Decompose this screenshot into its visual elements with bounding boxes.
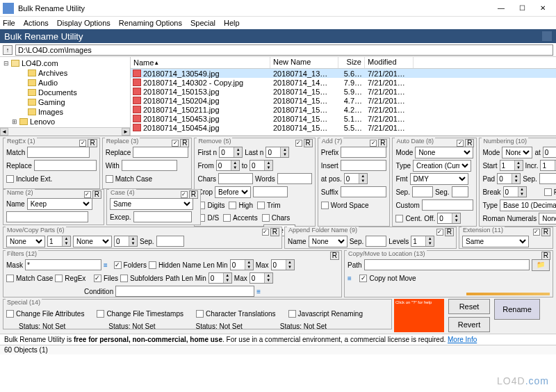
autodate-mode[interactable]: None <box>415 147 473 158</box>
panel-append: Append Folder Name (9)✓R NameNoneSep.Lev… <box>284 227 457 249</box>
footer-license: Bulk Rename Utility is free for personal… <box>0 334 556 345</box>
panel-autodate: Auto Date (8)✓R ModeNone TypeCreation (C… <box>392 138 477 227</box>
menu-special[interactable]: Special <box>190 19 215 27</box>
window-title: Bulk Rename Utility <box>18 4 491 13</box>
panel-filters: Filters (12)R Mask≡ ✓FoldersHiddenName L… <box>3 250 342 297</box>
replace-with[interactable] <box>122 160 177 171</box>
panel-move: Move/Copy Parts (6)✓R None▲▼None▲▼Sep. <box>3 227 282 249</box>
file-row[interactable]: 20180714_150454.jpg20180714_15…5.5…7/21/… <box>131 123 556 132</box>
file-row[interactable]: 20180714_140302 - Copy.jpg20180714_14…7.… <box>131 78 556 87</box>
more-info-link[interactable]: More Info <box>448 336 477 343</box>
panel-case: Case (4)✓R Same Excep. <box>106 189 201 225</box>
ext-mode[interactable]: Same <box>462 236 529 247</box>
regex-replace[interactable] <box>34 160 97 171</box>
close-button[interactable]: ✕ <box>532 1 553 16</box>
remove-firstn[interactable] <box>220 147 234 157</box>
panel-name: Name (2)✓R NameKeep <box>3 189 104 225</box>
menubar: File Actions Display Options Renaming Op… <box>0 17 556 29</box>
path-input[interactable] <box>15 44 553 56</box>
menu-actions[interactable]: Actions <box>24 19 49 27</box>
file-row[interactable]: 20180714_150204.jpg20180714_15…4.7…7/21/… <box>131 96 556 105</box>
file-row[interactable]: 20180714_150453.jpg20180714_15…5.1…7/21/… <box>131 114 556 123</box>
panel-replace: Replace (3)✓R Replace With Match Case <box>102 138 193 189</box>
replace-matchcase[interactable] <box>106 175 113 183</box>
scroll-right[interactable]: ► <box>122 128 130 136</box>
banner-icon[interactable] <box>542 31 552 41</box>
reset-button[interactable]: Reset <box>448 299 490 314</box>
browse-button[interactable]: 📁 <box>532 259 550 271</box>
replace-text[interactable] <box>133 147 188 158</box>
file-row[interactable]: 20180714_150211.jpg20180714_15…4.2…7/21/… <box>131 105 556 114</box>
file-row[interactable]: 20180714_130549.jpg20180714_13…5.6…7/21/… <box>131 69 556 78</box>
name-mode[interactable]: Keep <box>27 198 92 210</box>
menu-renaming[interactable]: Renaming Options <box>119 19 182 27</box>
add-insert[interactable] <box>341 160 386 171</box>
titlebar: Bulk Rename Utility — ☐ ✕ <box>0 0 556 17</box>
folder-tree[interactable]: ⊟LO4D.com Archives Audio Documents Gamin… <box>0 57 131 136</box>
revert-button[interactable]: Revert <box>448 317 490 332</box>
ad-box[interactable]: Click on "?" for help <box>394 299 444 332</box>
panel-remove: Remove (5)✓R First n▲▼Last n▲▼ From▲▼to▲… <box>194 138 315 227</box>
rename-button[interactable]: Rename <box>494 299 540 320</box>
regex-reset[interactable]: R <box>88 139 97 147</box>
pathbar: ↑ <box>0 43 556 57</box>
add-suffix[interactable] <box>341 186 386 197</box>
case-mode[interactable]: Same <box>110 198 193 210</box>
panel-ext: Extension (11)✓R Same <box>459 227 553 249</box>
app-icon <box>3 3 14 14</box>
list-header[interactable]: Name New Name Size Modified <box>131 57 556 69</box>
remove-crop[interactable]: Before <box>215 186 251 198</box>
file-list: Name New Name Size Modified 20180714_130… <box>131 57 556 136</box>
panel-numbering: Numbering (10)✓R ModeNoneat▲▼ Start▲▼Inc… <box>479 138 556 227</box>
maximize-button[interactable]: ☐ <box>512 1 532 16</box>
minimize-button[interactable]: — <box>491 1 512 16</box>
regex-enable[interactable]: ✓ <box>79 140 86 147</box>
menu-file[interactable]: File <box>3 19 15 27</box>
file-row[interactable]: 20180714_150153.jpg20180714_15…5.9…7/21/… <box>131 87 556 96</box>
remove-lastn[interactable] <box>266 147 280 157</box>
banner-title: Bulk Rename Utility <box>4 31 83 42</box>
regex-match[interactable] <box>27 147 90 158</box>
menu-help[interactable]: Help <box>224 19 240 27</box>
scroll-left[interactable]: ◄ <box>0 128 8 136</box>
panel-regex: RegEx (1)✓R Match Replace Include Ext. <box>3 138 100 189</box>
filter-mask[interactable] <box>25 259 101 270</box>
panel-special: Special (14) Change File Attributes Chan… <box>3 299 392 329</box>
panel-add: Add (7)✓R Prefix Insert at pos.▲▼ Suffix… <box>318 138 391 227</box>
menu-display[interactable]: Display Options <box>57 19 111 27</box>
regex-inc-ext[interactable] <box>6 175 14 183</box>
watermark: LO4D.com <box>497 375 549 386</box>
banner: Bulk Rename Utility <box>0 29 556 43</box>
statusbar: 60 Objects (1) <box>0 345 556 354</box>
up-button[interactable]: ↑ <box>3 45 13 55</box>
copymove-path[interactable] <box>364 259 530 270</box>
add-prefix[interactable] <box>341 147 386 158</box>
panel-copymove: Copy/Move to Location (13)R Path📁 ≡ ✓Cop… <box>344 250 553 297</box>
